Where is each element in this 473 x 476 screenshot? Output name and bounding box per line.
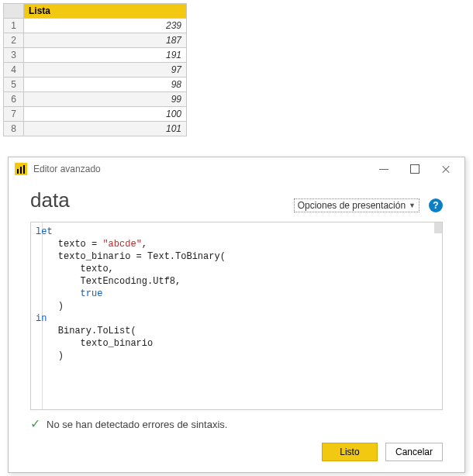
- column-header-lista[interactable]: Lista: [24, 4, 187, 19]
- row-index[interactable]: 7: [4, 107, 24, 122]
- check-icon: ✓: [30, 418, 40, 430]
- table-row[interactable]: 1239: [4, 19, 187, 33]
- display-options-label: Opciones de presentación: [298, 200, 406, 211]
- cell-value[interactable]: 100: [24, 107, 187, 122]
- cell-value[interactable]: 97: [24, 63, 187, 78]
- table-row[interactable]: 2187: [4, 33, 187, 48]
- advanced-editor-dialog: Editor avanzado — data Opciones de prese…: [8, 157, 465, 473]
- row-index[interactable]: 1: [4, 19, 24, 33]
- table-row[interactable]: 8101: [4, 122, 187, 136]
- row-index[interactable]: 6: [4, 92, 24, 107]
- display-options-dropdown[interactable]: Opciones de presentación ▼: [294, 198, 419, 212]
- header-corner[interactable]: [4, 4, 24, 19]
- app-icon: [15, 163, 27, 175]
- close-button[interactable]: [430, 158, 461, 180]
- titlebar[interactable]: Editor avanzado —: [9, 157, 464, 181]
- cell-value[interactable]: 98: [24, 78, 187, 92]
- minimize-button[interactable]: —: [368, 158, 399, 180]
- window-title: Editor avanzado: [33, 164, 368, 174]
- scrollbar[interactable]: [434, 222, 442, 233]
- code-content[interactable]: let texto = "abcde", texto_binario = Tex…: [31, 222, 434, 409]
- data-table[interactable]: Lista 12392187319149759869971008101: [3, 3, 187, 136]
- table-row[interactable]: 3191: [4, 48, 187, 63]
- help-icon[interactable]: ?: [429, 198, 443, 212]
- done-button[interactable]: Listo: [322, 443, 378, 461]
- table-row[interactable]: 598: [4, 78, 187, 92]
- cancel-button[interactable]: Cancelar: [385, 443, 443, 461]
- table-row[interactable]: 497: [4, 63, 187, 78]
- chevron-down-icon: ▼: [409, 202, 416, 209]
- row-index[interactable]: 3: [4, 48, 24, 63]
- maximize-button[interactable]: [399, 158, 430, 180]
- table-row[interactable]: 699: [4, 92, 187, 107]
- cell-value[interactable]: 101: [24, 122, 187, 136]
- row-index[interactable]: 4: [4, 63, 24, 78]
- table-row[interactable]: 7100: [4, 107, 187, 122]
- row-index[interactable]: 8: [4, 122, 24, 136]
- status-row: ✓ No se han detectado errores de sintaxi…: [30, 418, 443, 430]
- cell-value[interactable]: 191: [24, 48, 187, 63]
- cell-value[interactable]: 239: [24, 19, 187, 33]
- status-text: No se han detectado errores de sintaxis.: [47, 419, 227, 430]
- query-title: data: [30, 188, 70, 212]
- cell-value[interactable]: 187: [24, 33, 187, 48]
- code-editor[interactable]: let texto = "abcde", texto_binario = Tex…: [30, 222, 443, 410]
- cell-value[interactable]: 99: [24, 92, 187, 107]
- row-index[interactable]: 5: [4, 78, 24, 92]
- row-index[interactable]: 2: [4, 33, 24, 48]
